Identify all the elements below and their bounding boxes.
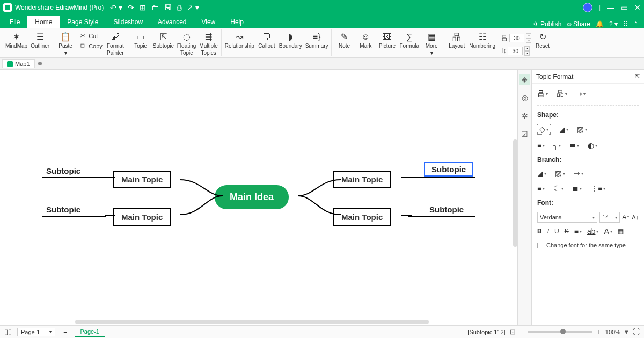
- user-avatar[interactable]: [583, 3, 592, 12]
- close-icon[interactable]: ✕: [634, 3, 641, 12]
- export-icon[interactable]: ↗ ▾: [187, 3, 199, 12]
- relationship-button[interactable]: ↝Relationship: [224, 31, 255, 50]
- numbering-button[interactable]: ☷Numbering: [468, 31, 496, 50]
- open-icon[interactable]: 🗀: [151, 3, 159, 12]
- subtopic-button[interactable]: ⇱Subtopic: [152, 31, 175, 50]
- cut-button[interactable]: ✂Cut: [77, 31, 99, 40]
- end-tool[interactable]: ◐▾: [588, 141, 597, 150]
- branch-curve-tool[interactable]: ☾▾: [553, 184, 564, 193]
- maximize-icon[interactable]: ▭: [621, 3, 628, 12]
- callout-button[interactable]: 🗨Callout: [257, 31, 277, 50]
- task-tool-icon[interactable]: ☑: [519, 129, 530, 139]
- outliner-button[interactable]: ☰Outliner: [30, 31, 50, 50]
- floating-topic-button[interactable]: ◌FloatingTopic: [176, 31, 197, 57]
- page-tab[interactable]: Page-1: [75, 327, 104, 337]
- underline-button[interactable]: U: [554, 227, 559, 235]
- menu-file[interactable]: File: [2, 16, 27, 28]
- copy-button[interactable]: ⧉Copy: [77, 41, 104, 51]
- fill-tool[interactable]: ◢▾: [559, 125, 568, 134]
- paste-button[interactable]: 📋Paste▾: [55, 31, 76, 57]
- width-up[interactable]: ▴: [526, 33, 531, 38]
- page-dropdown[interactable]: Page-1▾: [17, 328, 55, 336]
- fit-icon[interactable]: ⊡: [510, 328, 516, 336]
- save-icon[interactable]: 🖫: [164, 3, 172, 12]
- note-button[interactable]: ✎Note: [334, 31, 354, 50]
- zoom-slider[interactable]: [528, 331, 592, 333]
- outline-view-icon[interactable]: ▯▯: [4, 328, 12, 336]
- share-button[interactable]: ∞ Share: [567, 20, 590, 28]
- menu-help[interactable]: Help: [223, 16, 251, 28]
- print-icon[interactable]: ⎙: [177, 3, 181, 12]
- corner-tool[interactable]: ╮▾: [553, 141, 561, 150]
- bold-button[interactable]: B: [537, 227, 542, 235]
- decrease-font-icon[interactable]: A↓: [632, 214, 639, 221]
- publish-button[interactable]: ✈ Publish: [533, 20, 561, 28]
- branch-more-tool[interactable]: ⋮≡▾: [590, 184, 605, 193]
- align-button[interactable]: ≡▾: [574, 227, 582, 236]
- fullscreen-icon[interactable]: ⛶: [633, 328, 640, 336]
- font-family-dropdown[interactable]: Verdana▾: [537, 212, 597, 223]
- format-tool-icon[interactable]: ◈: [519, 74, 530, 85]
- branch-dash-tool[interactable]: ≣▾: [572, 184, 582, 193]
- height-up[interactable]: ▴: [524, 46, 530, 51]
- subtopic-br[interactable]: Subtopic: [429, 205, 464, 214]
- clear-format-button[interactable]: ▦: [618, 227, 624, 235]
- minimize-icon[interactable]: —: [607, 3, 614, 12]
- formula-button[interactable]: ∑Formula: [398, 31, 420, 50]
- redo-icon[interactable]: ↷: [128, 3, 134, 12]
- branch-fill-tool[interactable]: ◢▾: [537, 169, 546, 178]
- main-topic-tr[interactable]: Main Topic: [333, 171, 391, 188]
- bell-icon[interactable]: 🔔: [596, 20, 604, 28]
- new-icon[interactable]: ⊞: [140, 3, 146, 12]
- menu-view[interactable]: View: [194, 16, 223, 28]
- undo-icon[interactable]: ↶ ▾: [110, 3, 122, 12]
- height-value[interactable]: 30: [508, 47, 523, 55]
- font-color-button[interactable]: A▾: [604, 227, 612, 236]
- apps-icon[interactable]: ⠿: [623, 20, 628, 28]
- zoom-out-icon[interactable]: −: [520, 328, 524, 336]
- menu-advanced[interactable]: Advanced: [150, 16, 194, 28]
- format-painter-button[interactable]: 🖌FormatPainter: [105, 31, 126, 57]
- branch-edit-tool[interactable]: ▨▾: [555, 169, 565, 178]
- multiple-topics-button[interactable]: ⇶MultipleTopics: [198, 31, 218, 57]
- branch-line-tool[interactable]: ≡▾: [537, 184, 545, 193]
- picture-button[interactable]: 🖼Picture: [377, 31, 397, 50]
- menu-home[interactable]: Home: [27, 16, 60, 28]
- main-topic-br[interactable]: Main Topic: [333, 208, 391, 226]
- strike-button[interactable]: S: [565, 227, 569, 235]
- zoom-in-icon[interactable]: +: [597, 328, 601, 336]
- same-type-checkbox[interactable]: Change font for the same type: [537, 242, 639, 248]
- horizontal-scrollbar[interactable]: [75, 320, 507, 324]
- font-size-dropdown[interactable]: 14▾: [599, 212, 620, 223]
- subtopic-tl[interactable]: Subtopic: [46, 166, 80, 175]
- target-tool-icon[interactable]: ◎: [519, 92, 530, 103]
- boundary-button[interactable]: ◗Boundary: [278, 31, 303, 50]
- highlight-button[interactable]: ab▾: [587, 227, 599, 236]
- layout-tool[interactable]: 吕▾: [537, 89, 548, 99]
- pin-icon[interactable]: ⇱: [635, 73, 640, 80]
- branch-connector-tool[interactable]: ⇾▾: [574, 169, 583, 178]
- subtopic-tr-selected[interactable]: Subtopic: [424, 162, 473, 177]
- width-down[interactable]: ▾: [526, 38, 531, 43]
- menu-page-style[interactable]: Page Style: [60, 16, 106, 28]
- italic-button[interactable]: I: [547, 227, 549, 235]
- help-icon[interactable]: ? ▾: [609, 20, 618, 28]
- connector-tool[interactable]: ⇾▾: [576, 90, 586, 98]
- mindmap-button[interactable]: ✶MindMap: [4, 31, 28, 50]
- line-style-tool[interactable]: ≡▾: [537, 141, 545, 150]
- main-topic-bl[interactable]: Main Topic: [113, 208, 171, 226]
- canvas[interactable]: Main Idea Main Topic Main Topic Main Top…: [0, 70, 517, 325]
- height-down[interactable]: ▾: [524, 51, 530, 56]
- main-topic-tl[interactable]: Main Topic: [113, 171, 171, 188]
- tab-map1[interactable]: Map1: [2, 59, 35, 68]
- shadow-tool[interactable]: ▨▾: [577, 125, 587, 134]
- reset-button[interactable]: ↻Reset: [532, 31, 553, 50]
- zoom-menu-icon[interactable]: ▾: [625, 328, 628, 336]
- mark-button[interactable]: ☺Mark: [355, 31, 376, 50]
- shape-style-tool[interactable]: ◇▾: [537, 124, 551, 135]
- increase-font-icon[interactable]: A↑: [622, 214, 630, 221]
- menu-slideshow[interactable]: Slideshow: [106, 16, 150, 28]
- central-topic[interactable]: Main Idea: [215, 185, 289, 209]
- add-page-button[interactable]: +: [61, 328, 69, 336]
- topic-button[interactable]: ▭Topic: [130, 31, 151, 50]
